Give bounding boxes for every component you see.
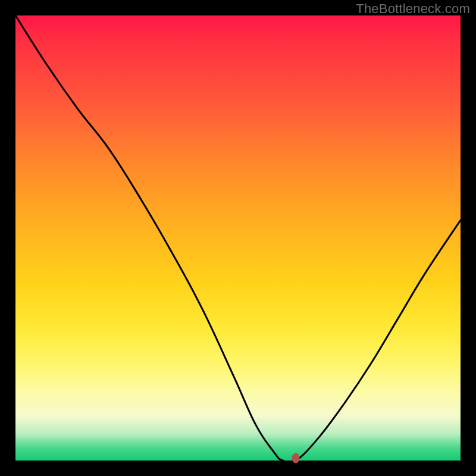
bottleneck-curve <box>15 15 461 461</box>
chart-frame: TheBottleneck.com <box>0 0 476 476</box>
watermark-text: TheBottleneck.com <box>356 1 470 17</box>
optimal-point-marker <box>292 453 300 464</box>
curve-svg <box>15 15 461 461</box>
